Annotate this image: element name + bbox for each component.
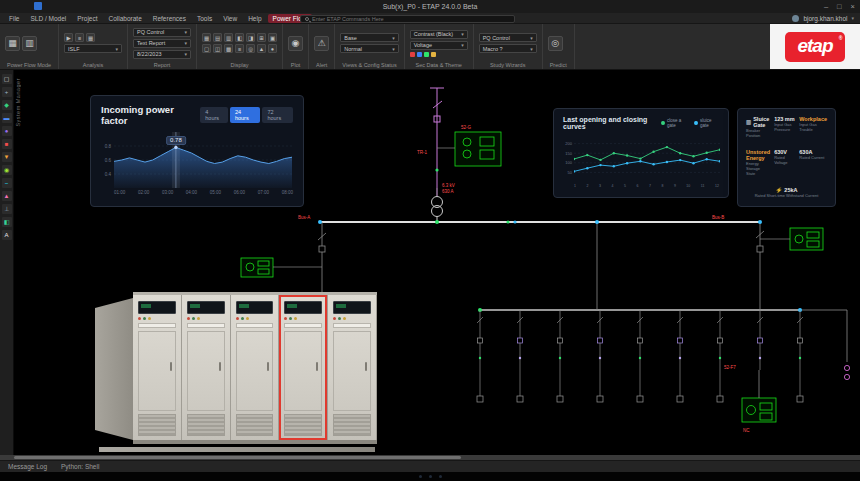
taskbar-icon[interactable] bbox=[429, 475, 432, 478]
ribbon-tool-icon[interactable]: ▩ bbox=[224, 44, 233, 53]
ribbon-tool-icon[interactable]: ≡ bbox=[75, 33, 84, 42]
panel-nameplate bbox=[138, 323, 176, 328]
ribbon-dropdown[interactable]: Normal▾ bbox=[340, 44, 398, 53]
feeder[interactable] bbox=[717, 310, 723, 402]
panel-display-screen bbox=[333, 301, 371, 314]
theme-color-chip[interactable] bbox=[431, 52, 436, 57]
ribbon-dropdown[interactable]: Contrast (Black)▾ bbox=[410, 30, 468, 39]
transformer-symbol[interactable] bbox=[432, 197, 443, 223]
bus-nodes bbox=[318, 220, 802, 312]
feeder[interactable] bbox=[637, 310, 643, 402]
ribbon-dropdown[interactable]: ISLF▾ bbox=[64, 44, 122, 53]
range-button-24-hours[interactable]: 24 hours bbox=[230, 107, 261, 123]
svg-text:52-F7: 52-F7 bbox=[724, 365, 736, 370]
transformer-tool-icon[interactable]: ● bbox=[2, 126, 12, 136]
ribbon-tool-icon[interactable]: ▥ bbox=[224, 33, 233, 42]
info-card-cell: 630VRated Voltage bbox=[774, 149, 795, 176]
bus-tool-icon[interactable]: ▬ bbox=[2, 113, 12, 123]
info-card-cell: ⚡25kARated Short-time Withstand Current bbox=[746, 187, 827, 199]
ground-tool-icon[interactable]: ⊥ bbox=[2, 204, 12, 214]
scrollbar-thumb[interactable] bbox=[14, 456, 461, 459]
range-button-72-hours[interactable]: 72 hours bbox=[262, 107, 293, 123]
ribbon-tool-icon[interactable]: ▲ bbox=[257, 44, 266, 53]
minimize-icon[interactable]: – bbox=[824, 0, 828, 13]
feeder[interactable] bbox=[757, 310, 763, 370]
menu-item-collaborate[interactable]: Collaborate bbox=[104, 14, 147, 23]
relay-tool-icon[interactable]: ◧ bbox=[2, 217, 12, 227]
theme-color-chip[interactable] bbox=[424, 52, 429, 57]
user-area[interactable]: bjorg.khan.khol ▾ bbox=[792, 15, 854, 22]
ribbon-tool-icon[interactable]: ▣ bbox=[268, 33, 277, 42]
menu-item-sld-model[interactable]: SLD / Model bbox=[25, 14, 71, 23]
feeder[interactable] bbox=[597, 310, 603, 402]
ac-element-icon[interactable]: ◆ bbox=[2, 100, 12, 110]
ribbon-tool-icon[interactable]: ▥ bbox=[22, 36, 37, 51]
ribbon-tool-icon[interactable]: ▤ bbox=[213, 33, 222, 42]
menu-item-view[interactable]: View bbox=[218, 14, 242, 23]
ribbon-tool-icon[interactable]: ◎ bbox=[246, 44, 255, 53]
feeder[interactable] bbox=[557, 310, 563, 402]
ribbon-tool-icon[interactable]: ≡ bbox=[235, 44, 244, 53]
cable-tool-icon[interactable]: ~ bbox=[2, 178, 12, 188]
ribbon-tool-icon[interactable]: ▢ bbox=[202, 44, 211, 53]
ribbon-dropdown[interactable]: Macro ?▾ bbox=[479, 44, 537, 53]
menu-item-project[interactable]: Project bbox=[72, 14, 102, 23]
ribbon-dropdown[interactable]: Base▾ bbox=[340, 33, 398, 42]
maximize-icon[interactable]: □ bbox=[837, 0, 842, 13]
menu-item-help[interactable]: Help bbox=[243, 14, 266, 23]
ribbon-tool-icon[interactable]: ⚠ bbox=[314, 36, 329, 51]
range-button-4-hours[interactable]: 4 hours bbox=[200, 107, 228, 123]
ribbon-tool-icon[interactable]: ● bbox=[268, 44, 277, 53]
ribbon-dropdown[interactable]: Voltage▾ bbox=[410, 41, 468, 50]
theme-color-chip[interactable] bbox=[410, 52, 415, 57]
ribbon-dropdown[interactable]: PQ Control▾ bbox=[479, 33, 537, 42]
ribbon-tool-icon[interactable]: ◧ bbox=[235, 33, 244, 42]
taskbar-icon[interactable] bbox=[439, 475, 442, 478]
panel-vent bbox=[333, 414, 371, 436]
breaker-tool-icon[interactable]: ■ bbox=[2, 139, 12, 149]
menu-item-file[interactable]: File bbox=[4, 14, 24, 23]
statusbar-item-python-shell[interactable]: Python: Shell bbox=[61, 463, 99, 470]
ribbon-tool-icon[interactable]: ▦ bbox=[202, 33, 211, 42]
feeder[interactable] bbox=[677, 310, 683, 402]
menu-item-tools[interactable]: Tools bbox=[192, 14, 217, 23]
horizontal-scrollbar[interactable] bbox=[0, 455, 860, 460]
feeder-group[interactable] bbox=[477, 310, 803, 402]
taskbar-icon[interactable] bbox=[419, 475, 422, 478]
feeder[interactable] bbox=[477, 310, 483, 402]
ribbon-tool-icon[interactable]: ◨ bbox=[246, 33, 255, 42]
ribbon-tool-icon[interactable]: ⊞ bbox=[257, 33, 266, 42]
ribbon-tool-icon[interactable]: ◉ bbox=[288, 36, 303, 51]
feeder[interactable] bbox=[517, 310, 523, 402]
menu-item-references[interactable]: References bbox=[148, 14, 191, 23]
legend-item: close a gate bbox=[661, 118, 688, 128]
ribbon-tool-icon[interactable]: ▦ bbox=[5, 36, 20, 51]
feeder[interactable] bbox=[797, 310, 803, 402]
ribbon-dropdown[interactable]: 8/22/2023▾ bbox=[133, 50, 191, 59]
ribbon-group-predict: ◎Predict bbox=[543, 24, 575, 69]
ribbon-tool-icon[interactable]: ▶ bbox=[64, 33, 73, 42]
select-tool-icon[interactable]: ▢ bbox=[2, 74, 12, 84]
close-icon[interactable]: × bbox=[851, 0, 855, 13]
oneline-canvas[interactable]: System Manager bbox=[14, 70, 860, 455]
ribbon-tool-icon[interactable]: ▦ bbox=[86, 33, 95, 42]
motor-symbols[interactable] bbox=[844, 365, 849, 379]
theme-color-chip[interactable] bbox=[417, 52, 422, 57]
user-name: bjorg.khan.khol bbox=[803, 15, 847, 22]
svg-text:NC: NC bbox=[743, 428, 750, 433]
motor-tool-icon[interactable]: ◉ bbox=[2, 165, 12, 175]
pan-tool-icon[interactable]: + bbox=[2, 87, 12, 97]
command-search-input[interactable] bbox=[312, 16, 510, 22]
svg-text:52-G: 52-G bbox=[461, 125, 472, 130]
ribbon-tool-icon[interactable]: ◫ bbox=[213, 44, 222, 53]
ribbon-dropdown[interactable]: Text Report▾ bbox=[133, 39, 191, 48]
ribbon-tool-icon[interactable]: ◎ bbox=[548, 36, 563, 51]
source-tool-icon[interactable]: ▲ bbox=[2, 191, 12, 201]
incomer-feeder[interactable] bbox=[430, 88, 444, 196]
ribbon-dropdown[interactable]: PQ Control▾ bbox=[133, 28, 191, 37]
statusbar-item-message-log[interactable]: Message Log bbox=[8, 463, 47, 470]
command-search[interactable] bbox=[300, 15, 515, 23]
annotation-tool-icon[interactable]: A bbox=[2, 230, 12, 240]
curves-y-axis: 50100150200 bbox=[563, 134, 574, 182]
load-tool-icon[interactable]: ▼ bbox=[2, 152, 12, 162]
